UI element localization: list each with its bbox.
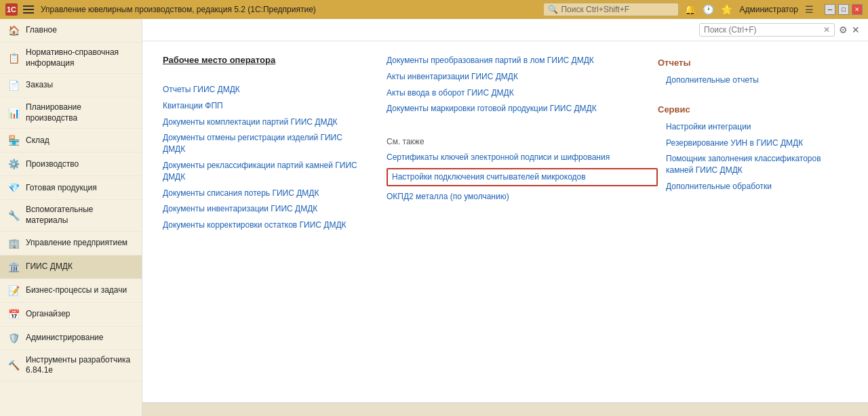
menu-button[interactable]: [23, 3, 35, 16]
sidebar-item-giis[interactable]: 🏛️ ГИИС ДМДК: [0, 255, 142, 279]
link-otchety-giis[interactable]: Отчеты ГИИС ДМДК: [163, 84, 366, 96]
planning-icon: 📊: [7, 106, 20, 120]
title-actions: 🔔 🕐 ⭐ Администратор ☰: [684, 4, 814, 15]
link-korrektirovki[interactable]: Документы корректировки остатков ГИИС ДМ…: [163, 220, 366, 231]
link-otmeny[interactable]: Документы отмены регистрации изделий ГИИ…: [163, 132, 366, 155]
sidebar-item-finished[interactable]: 💎 Готовая продукция: [0, 176, 142, 200]
window-controls: ─ □ ✕: [825, 4, 863, 15]
middle-column: Документы преобразования партий в лом ГИ…: [366, 55, 658, 389]
link-dop-otchety[interactable]: Дополнительные отчеты: [666, 75, 848, 86]
orders-icon: 📄: [7, 79, 20, 92]
link-pomoshnik[interactable]: Помощник заполнения классификаторов камн…: [666, 153, 848, 176]
minimize-button[interactable]: ─: [825, 4, 835, 15]
sidebar-item-auxiliary[interactable]: 🔧 Вспомогательные материалы: [0, 200, 142, 231]
link-rezervirovanie[interactable]: Резервирование УИН в ГИИС ДМДК: [666, 138, 848, 149]
link-inventarizacii[interactable]: Документы инвентаризации ГИИС ДМДК: [163, 203, 366, 215]
link-markirovki[interactable]: Документы маркировки готовой продукции Г…: [387, 103, 658, 115]
sidebar-item-warehouse[interactable]: 🏪 Склад: [0, 129, 142, 152]
link-sertifikaty[interactable]: Сертификаты ключей электронной подписи и…: [387, 152, 658, 163]
content-topbar: ✕ ⚙ ✕: [142, 19, 868, 41]
finished-icon: 💎: [7, 181, 20, 194]
app-title: Управление ювелирным производством, реда…: [41, 5, 538, 14]
production-icon: ⚙️: [7, 157, 20, 171]
admin-icon: 🛡️: [7, 331, 20, 345]
sidebar-item-dev[interactable]: 🔨 Инструменты разработчика 6.84.1е: [0, 350, 142, 381]
workspace-heading: Рабочее место оператора: [163, 55, 275, 65]
panel-close-icon[interactable]: ✕: [852, 24, 860, 35]
title-search[interactable]: 🔍 Поиск Ctrl+Shift+F: [543, 3, 679, 16]
link-dop-obrabotki[interactable]: Дополнительные обработки: [666, 181, 848, 192]
link-nastrojki-schityvatelej[interactable]: Настройки подключения считывателей микро…: [387, 168, 658, 186]
link-okpd2[interactable]: ОКПД2 металла (по умолчанию): [387, 191, 658, 203]
reference-icon: 📋: [7, 51, 20, 65]
sidebar-item-enterprise[interactable]: 🏢 Управление предприятием: [0, 232, 142, 255]
content-area: ✕ ⚙ ✕ Рабочее место оператора Отчеты ГИИ…: [142, 19, 868, 416]
sidebar-item-orders[interactable]: 📄 Заказы: [0, 74, 142, 98]
maximize-button[interactable]: □: [838, 4, 849, 15]
right-column: Отчеты Дополнительные отчеты Сервис Наст…: [658, 55, 848, 389]
sidebar: 🏠 Главное 📋 Нормативно-справочная информ…: [0, 19, 142, 416]
sidebar-item-reference[interactable]: 📋 Нормативно-справочная информация: [0, 43, 142, 74]
search-clear-button[interactable]: ✕: [823, 25, 830, 35]
reports-heading: Отчеты: [658, 58, 848, 68]
see-also-label: См. также: [387, 137, 658, 146]
link-komplektacii[interactable]: Документы комплектации партий ГИИС ДМДК: [163, 117, 366, 128]
link-reklassifikacii[interactable]: Документы реклассификации партий камней …: [163, 160, 366, 183]
organizer-icon: 📅: [7, 308, 20, 321]
auxiliary-icon: 🔧: [7, 209, 20, 222]
bell-icon[interactable]: 🔔: [684, 4, 696, 15]
content-search-input[interactable]: [704, 25, 821, 35]
left-column: Рабочее место оператора Отчеты ГИИС ДМДК…: [163, 55, 366, 389]
close-button[interactable]: ✕: [852, 4, 863, 15]
sidebar-item-main[interactable]: 🏠 Главное: [0, 19, 142, 43]
link-spisaniya[interactable]: Документы списания потерь ГИИС ДМДК: [163, 188, 366, 199]
app-logo: 1С: [5, 3, 18, 16]
title-bar: 1С Управление ювелирным производством, р…: [0, 0, 868, 19]
sidebar-item-admin[interactable]: 🛡️ Администрирование: [0, 327, 142, 350]
link-nastrojki-int[interactable]: Настройки интеграции: [666, 121, 848, 133]
sidebar-item-planning[interactable]: 📊 Планирование производства: [0, 98, 142, 129]
enterprise-icon: 🏢: [7, 236, 20, 250]
main-icon: 🏠: [7, 24, 20, 37]
settings-icon[interactable]: ☰: [805, 4, 814, 15]
search-icon: 🔍: [548, 5, 558, 14]
link-akty-inv[interactable]: Акты инвентаризации ГИИС ДМДК: [387, 71, 658, 83]
giis-icon: 🏛️: [7, 260, 20, 274]
search-settings-icon[interactable]: ⚙: [839, 24, 848, 35]
content-search-box[interactable]: ✕: [699, 23, 835, 37]
link-kvitancii-fpp[interactable]: Квитанции ФПП: [163, 100, 366, 112]
link-akty-vvoda[interactable]: Акты ввода в оборот ГИИС ДМДК: [387, 87, 658, 99]
clock-icon[interactable]: 🕐: [703, 4, 714, 15]
sidebar-item-biz[interactable]: 📝 Бизнес-процессы и задачи: [0, 279, 142, 303]
biz-icon: 📝: [7, 284, 20, 297]
content-body: Рабочее место оператора Отчеты ГИИС ДМДК…: [142, 41, 868, 402]
star-icon[interactable]: ⭐: [721, 4, 732, 15]
main-layout: 🏠 Главное 📋 Нормативно-справочная информ…: [0, 19, 868, 416]
user-label: Администратор: [739, 5, 798, 14]
status-bar: [142, 402, 868, 416]
warehouse-icon: 🏪: [7, 133, 20, 147]
sidebar-item-production[interactable]: ⚙️ Производство: [0, 152, 142, 176]
sidebar-item-organizer[interactable]: 📅 Органайзер: [0, 303, 142, 327]
service-heading: Сервис: [658, 104, 848, 115]
dev-icon: 🔨: [7, 358, 20, 372]
link-preobrazovaniya[interactable]: Документы преобразования партий в лом ГИ…: [387, 55, 658, 66]
